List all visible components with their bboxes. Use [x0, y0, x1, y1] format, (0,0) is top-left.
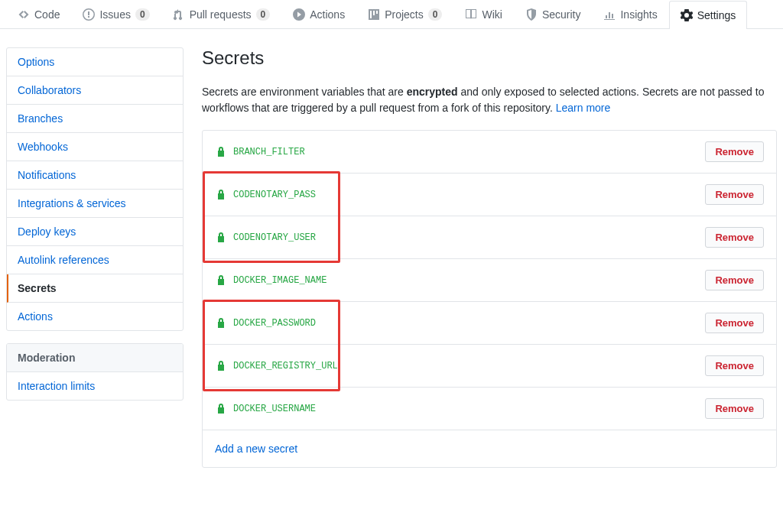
sidebar-item-secrets[interactable]: Secrets [7, 274, 183, 303]
secret-name: DOCKER_REGISTRY_URL [233, 361, 338, 371]
tab-label: Insights [620, 8, 657, 21]
tab-label: Settings [697, 9, 736, 21]
lock-icon [215, 189, 226, 201]
tab-label: Actions [310, 8, 345, 21]
repo-nav: CodeIssues0Pull requests0ActionsProjects… [0, 0, 783, 29]
play-icon [293, 8, 305, 21]
remove-button[interactable]: Remove [705, 184, 764, 205]
tab-counter: 0 [135, 8, 150, 21]
sidebar-item-webhooks[interactable]: Webhooks [7, 133, 183, 161]
lock-icon [215, 274, 226, 287]
tab-insights[interactable]: Insights [592, 0, 668, 28]
shield-icon [525, 8, 538, 21]
sidebar-item-collaborators[interactable]: Collaborators [7, 76, 183, 105]
settings-sidebar: OptionsCollaboratorsBranchesWebhooksNoti… [6, 47, 184, 468]
tab-counter: 0 [256, 8, 271, 21]
secret-row: DOCKER_IMAGE_NAMERemove [203, 259, 776, 302]
secret-row: CODENOTARY_USERRemove [203, 216, 776, 259]
tab-label: Wiki [482, 8, 502, 21]
tab-actions[interactable]: Actions [281, 0, 356, 28]
remove-button[interactable]: Remove [705, 398, 764, 419]
secrets-list: BRANCH_FILTERRemoveCODENOTARY_PASSRemove… [202, 130, 777, 468]
tab-label: Projects [385, 8, 424, 21]
pr-icon [173, 8, 185, 21]
learn-more-link[interactable]: Learn more [556, 102, 611, 114]
lock-icon [215, 232, 226, 244]
tab-label: Pull requests [190, 8, 252, 21]
remove-button[interactable]: Remove [705, 355, 764, 376]
settings-menu-primary: OptionsCollaboratorsBranchesWebhooksNoti… [6, 47, 184, 331]
remove-button[interactable]: Remove [705, 313, 764, 333]
book-icon [465, 8, 477, 21]
graph-icon [603, 8, 616, 21]
secret-row: DOCKER_PASSWORDRemove [203, 302, 776, 345]
secret-row: DOCKER_REGISTRY_URLRemove [203, 345, 776, 388]
sidebar-item-integrations-services[interactable]: Integrations & services [7, 190, 183, 218]
secrets-description: Secrets are environment variables that a… [202, 84, 777, 116]
tab-label: Security [542, 8, 581, 21]
tab-wiki[interactable]: Wiki [453, 0, 513, 28]
secret-name: BRANCH_FILTER [233, 147, 305, 157]
remove-button[interactable]: Remove [705, 270, 764, 290]
sidebar-item-notifications[interactable]: Notifications [7, 161, 183, 190]
tab-settings[interactable]: Settings [669, 1, 748, 29]
lock-icon [215, 146, 226, 158]
add-new-secret-link[interactable]: Add a new secret [215, 443, 297, 455]
secret-name: CODENOTARY_USER [233, 232, 316, 243]
sidebar-item-interaction-limits[interactable]: Interaction limits [7, 372, 183, 400]
tab-label: Code [34, 8, 60, 21]
project-icon [368, 8, 380, 21]
sidebar-item-actions[interactable]: Actions [7, 303, 183, 330]
sidebar-item-branches[interactable]: Branches [7, 105, 183, 133]
remove-button[interactable]: Remove [705, 227, 764, 248]
secret-row: CODENOTARY_PASSRemove [203, 174, 776, 216]
tab-issues[interactable]: Issues0 [71, 0, 161, 28]
issue-icon [83, 8, 95, 21]
secret-row: BRANCH_FILTERRemove [203, 131, 776, 174]
tab-code[interactable]: Code [6, 0, 71, 28]
tab-label: Issues [99, 8, 130, 21]
secret-name: CODENOTARY_PASS [233, 190, 316, 200]
secret-row: DOCKER_USERNAMERemove [203, 388, 776, 430]
lock-icon [215, 360, 226, 372]
sidebar-item-deploy-keys[interactable]: Deploy keys [7, 218, 183, 246]
secret-name: DOCKER_USERNAME [233, 404, 316, 414]
sidebar-item-autolink-references[interactable]: Autolink references [7, 246, 183, 274]
add-secret-row: Add a new secret [203, 430, 776, 467]
lock-icon [215, 403, 226, 415]
code-icon [18, 8, 30, 21]
main-content: Secrets Secrets are environment variable… [202, 47, 777, 468]
remove-button[interactable]: Remove [705, 141, 764, 162]
secret-name: DOCKER_IMAGE_NAME [233, 275, 327, 286]
settings-menu-moderation: Moderation Interaction limits [6, 343, 184, 401]
secret-name: DOCKER_PASSWORD [233, 318, 316, 329]
tab-security[interactable]: Security [514, 0, 593, 28]
tab-projects[interactable]: Projects0 [356, 0, 453, 28]
gear-icon [681, 9, 693, 21]
tab-counter: 0 [428, 8, 443, 21]
moderation-heading: Moderation [7, 344, 183, 372]
sidebar-item-options[interactable]: Options [7, 48, 183, 76]
page-title: Secrets [202, 47, 777, 69]
lock-icon [215, 317, 226, 329]
tab-pull-requests[interactable]: Pull requests0 [161, 0, 282, 28]
